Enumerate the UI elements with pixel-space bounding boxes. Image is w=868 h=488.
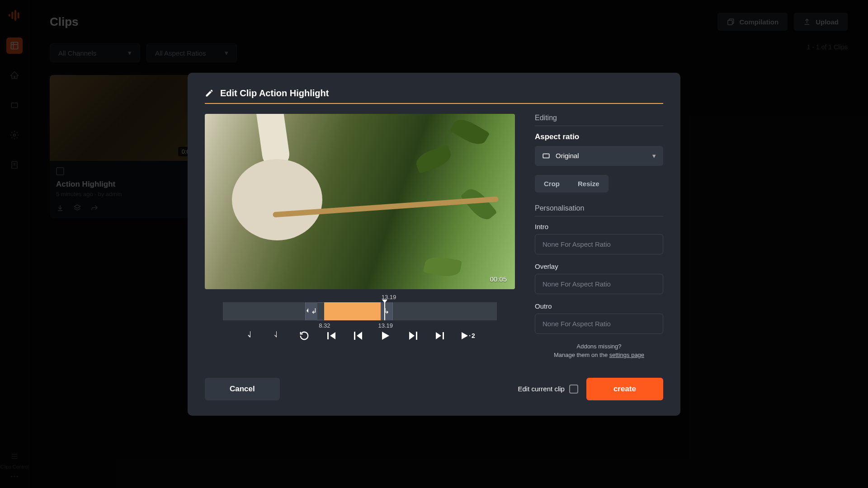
modal-title: Edit Clip Action Highlight — [220, 88, 329, 99]
crop-button[interactable]: Crop — [535, 175, 569, 192]
personalisation-section-label: Personalisation — [535, 204, 663, 216]
resize-button[interactable]: Resize — [569, 175, 609, 192]
chevron-down-icon: ▾ — [652, 152, 656, 160]
transport-controls: ·2 — [205, 330, 515, 341]
edit-icon — [205, 89, 214, 98]
edit-clip-modal: Edit Clip Action Highlight 00:05 13.19 — [188, 73, 680, 416]
video-timestamp: 00:05 — [490, 275, 507, 283]
trim-out-handle[interactable]: ↳ — [381, 302, 392, 320]
rectangle-icon — [542, 152, 550, 160]
video-preview[interactable]: 00:05 — [205, 114, 515, 289]
skip-back-button[interactable] — [326, 330, 337, 341]
step-back-button[interactable] — [353, 330, 364, 341]
timeline-track[interactable]: ↲ ↳ — [223, 302, 497, 320]
svg-rect-9 — [543, 154, 549, 158]
intro-label: Intro — [535, 223, 663, 230]
edit-current-checkbox[interactable] — [569, 385, 578, 394]
intro-select[interactable]: None For Aspect Ratio — [535, 234, 663, 254]
addons-hint: Addons missing? Manage them on the setti… — [535, 342, 663, 360]
trim-fill — [324, 302, 384, 320]
overlay-select[interactable]: None For Aspect Ratio — [535, 274, 663, 294]
aspect-ratio-select[interactable]: Original ▾ — [535, 146, 663, 166]
set-in-button[interactable] — [245, 330, 255, 341]
trim-out-time: 13.19 — [378, 322, 393, 329]
set-out-button[interactable] — [272, 330, 283, 341]
trim-in-time: 8.32 — [319, 322, 330, 329]
modal-overlay: Edit Clip Action Highlight 00:05 13.19 — [0, 0, 868, 488]
editing-section-label: Editing — [535, 114, 663, 126]
step-forward-button[interactable] — [407, 330, 418, 341]
cancel-button[interactable]: Cancel — [205, 378, 280, 400]
settings-page-link[interactable]: settings page — [609, 352, 644, 358]
playback-speed-button[interactable]: ·2 — [462, 330, 475, 341]
modal-divider — [205, 103, 663, 104]
overlay-label: Overlay — [535, 263, 663, 270]
trim-in-handle[interactable]: ↲ — [306, 302, 317, 320]
undo-button[interactable] — [299, 330, 310, 341]
outro-select[interactable]: None For Aspect Ratio — [535, 314, 663, 334]
outro-label: Outro — [535, 302, 663, 310]
skip-forward-button[interactable] — [434, 330, 445, 341]
playhead-line — [384, 302, 385, 320]
edit-current-label: Edit current clip — [518, 385, 565, 393]
aspect-ratio-label: Aspect ratio — [535, 132, 663, 141]
play-button[interactable] — [380, 330, 391, 341]
create-button[interactable]: create — [586, 378, 663, 400]
